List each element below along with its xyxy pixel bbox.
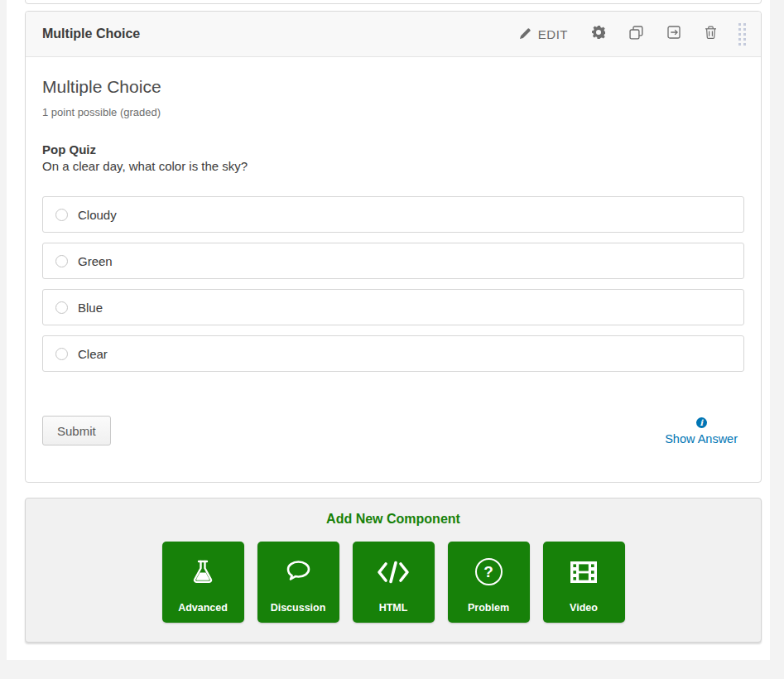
submit-button[interactable]: Submit bbox=[42, 416, 111, 445]
show-answer-button[interactable]: i Show Answer bbox=[665, 417, 738, 445]
settings-button[interactable] bbox=[592, 26, 605, 42]
add-problem-button[interactable]: ? Problem bbox=[448, 542, 530, 623]
show-answer-label: Show Answer bbox=[665, 432, 738, 445]
radio-button[interactable] bbox=[55, 301, 68, 314]
choice-option[interactable]: Clear bbox=[42, 335, 744, 372]
trash-icon bbox=[705, 26, 717, 42]
choice-list: Cloudy Green Blue Clear bbox=[42, 196, 744, 372]
component-card-header: Multiple Choice EDIT bbox=[26, 12, 761, 57]
speech-bubble-icon bbox=[283, 542, 314, 602]
pencil-icon bbox=[520, 27, 531, 41]
question-text: On a clear day, what color is the sky? bbox=[42, 159, 744, 173]
choice-label: Cloudy bbox=[78, 208, 117, 222]
add-new-component-title: Add New Component bbox=[26, 512, 761, 527]
radio-button[interactable] bbox=[55, 255, 68, 267]
component-type-buttons: Advanced Discussion HT bbox=[26, 542, 761, 623]
duplicate-button[interactable] bbox=[629, 26, 643, 43]
gear-icon bbox=[592, 26, 605, 42]
component-button-label: Advanced bbox=[178, 602, 228, 614]
choice-option[interactable]: Blue bbox=[42, 289, 744, 325]
question-title: Pop Quiz bbox=[42, 142, 744, 157]
flask-icon bbox=[188, 542, 218, 602]
edit-button[interactable]: EDIT bbox=[520, 27, 568, 41]
problem-preview: Multiple Choice 1 point possible (graded… bbox=[26, 57, 761, 483]
code-icon bbox=[376, 542, 411, 602]
previous-component-card-edge bbox=[25, 0, 762, 4]
component-button-label: Video bbox=[570, 602, 598, 614]
choice-label: Clear bbox=[78, 347, 108, 361]
component-button-label: Discussion bbox=[271, 602, 326, 614]
points-text: 1 point possible (graded) bbox=[42, 106, 744, 118]
move-icon bbox=[667, 26, 681, 42]
add-advanced-button[interactable]: Advanced bbox=[162, 542, 244, 623]
add-html-button[interactable]: HTML bbox=[353, 542, 435, 623]
component-actions: EDIT bbox=[520, 23, 749, 46]
add-video-button[interactable]: Video bbox=[543, 542, 625, 623]
drag-handle[interactable] bbox=[738, 23, 746, 46]
choice-option[interactable]: Green bbox=[42, 243, 744, 279]
component-button-label: HTML bbox=[379, 602, 408, 614]
question-circle-icon: ? bbox=[475, 542, 503, 602]
duplicate-icon bbox=[629, 26, 643, 43]
move-button[interactable] bbox=[667, 26, 681, 42]
info-icon: i bbox=[696, 417, 707, 428]
add-new-component-panel: Add New Component Advanced bbox=[25, 498, 762, 643]
radio-button[interactable] bbox=[55, 209, 68, 221]
choice-option[interactable]: Cloudy bbox=[42, 196, 744, 233]
choice-label: Green bbox=[78, 254, 113, 268]
add-discussion-button[interactable]: Discussion bbox=[257, 542, 339, 623]
delete-button[interactable] bbox=[705, 26, 717, 42]
choice-label: Blue bbox=[78, 301, 103, 315]
radio-button[interactable] bbox=[55, 348, 68, 360]
component-button-label: Problem bbox=[468, 602, 509, 614]
component-card-multiple-choice: Multiple Choice EDIT bbox=[25, 11, 762, 483]
edit-button-label: EDIT bbox=[538, 27, 568, 41]
problem-actions: Submit i Show Answer bbox=[42, 416, 744, 445]
unit-content-area: Multiple Choice EDIT bbox=[7, 0, 770, 660]
film-icon bbox=[568, 542, 599, 602]
component-title: Multiple Choice bbox=[42, 26, 140, 41]
question-block: Pop Quiz On a clear day, what color is t… bbox=[42, 142, 744, 173]
problem-title: Multiple Choice bbox=[42, 77, 744, 97]
